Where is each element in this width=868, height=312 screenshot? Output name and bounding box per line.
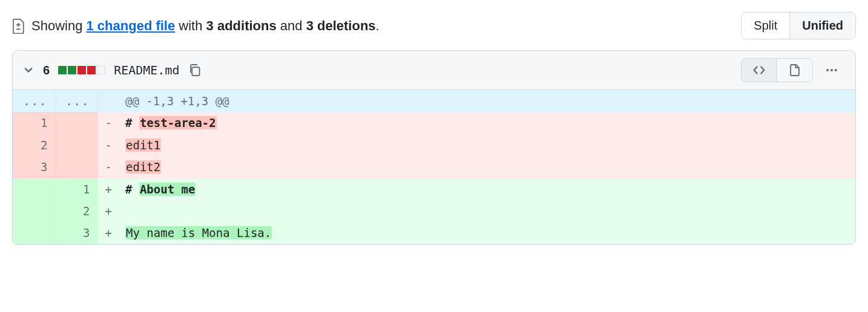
diff-code: edit1 — [118, 134, 855, 156]
diff-marker: + — [97, 200, 118, 222]
old-line-number — [13, 200, 55, 222]
deletions-count: 3 deletions — [306, 18, 376, 33]
svg-point-1 — [826, 69, 829, 71]
file-icon — [788, 63, 801, 77]
file-actions-menu[interactable] — [818, 59, 846, 82]
new-line-number: 1 — [55, 178, 97, 200]
summary-and: and — [277, 18, 306, 33]
split-view-button[interactable]: Split — [741, 13, 790, 39]
hunk-dots: ... — [65, 94, 90, 108]
diff-marker: - — [97, 156, 118, 178]
file-diff-container: 6 README.md — [12, 50, 856, 245]
file-change-count: 6 — [43, 63, 50, 77]
diffstat-blocks — [58, 66, 105, 74]
old-line-number: 3 — [13, 156, 55, 178]
hunk-header-text: @@ -1,3 +1,3 @@ — [118, 90, 855, 112]
diff-code: My name is Mona Lisa. — [118, 222, 855, 244]
file-header-left: 6 README.md — [22, 63, 202, 77]
new-line-number — [55, 134, 97, 156]
diffstat-del-block — [87, 66, 96, 74]
diff-code — [118, 200, 855, 222]
diff-marker: + — [97, 222, 118, 244]
svg-rect-0 — [192, 67, 199, 76]
diffstat-del-block — [77, 66, 86, 74]
summary-suffix: . — [376, 18, 380, 33]
old-line-number — [13, 178, 55, 200]
kebab-icon — [825, 63, 838, 77]
diff-line[interactable]: 1-# test-area-2 — [13, 112, 855, 134]
svg-point-3 — [835, 69, 837, 71]
new-line-number — [55, 112, 97, 134]
file-header-right — [741, 58, 846, 82]
source-view-button[interactable] — [741, 59, 777, 82]
diff-table: ... ... @@ -1,3 +1,3 @@ 1-# test-area-22… — [13, 90, 855, 244]
diff-view-toggle: Split Unified — [741, 12, 856, 39]
diffstat-add-block — [68, 66, 76, 74]
file-diff-icon — [12, 18, 25, 34]
rendered-view-button[interactable] — [777, 59, 812, 82]
file-name[interactable]: README.md — [114, 63, 179, 77]
file-view-mode-group — [741, 58, 813, 82]
code-icon — [752, 63, 766, 77]
diff-line[interactable]: 1+# About me — [13, 178, 855, 200]
diff-summary-row: Showing 1 changed file with 3 additions … — [12, 12, 856, 39]
old-line-number — [13, 222, 55, 244]
diff-line[interactable]: 3-edit2 — [13, 156, 855, 178]
old-line-number: 1 — [13, 112, 55, 134]
new-line-number — [55, 156, 97, 178]
diff-summary-text: Showing 1 changed file with 3 additions … — [12, 18, 380, 34]
hunk-dots: ... — [23, 94, 47, 108]
diff-line[interactable]: 2+ — [13, 200, 855, 222]
diffstat-neutral-block — [97, 66, 105, 74]
diffstat-add-block — [58, 66, 67, 74]
file-header: 6 README.md — [13, 51, 855, 90]
diff-marker: - — [97, 112, 118, 134]
summary-with: with — [175, 18, 206, 33]
new-line-number: 3 — [55, 222, 97, 244]
diff-line[interactable]: 2-edit1 — [13, 134, 855, 156]
chevron-down-icon[interactable] — [22, 64, 35, 76]
diff-code: edit2 — [118, 156, 855, 178]
diff-code: # test-area-2 — [118, 112, 855, 134]
copy-icon[interactable] — [188, 63, 202, 77]
summary-prefix: Showing — [31, 18, 87, 33]
diff-line[interactable]: 3+My name is Mona Lisa. — [13, 222, 855, 244]
hunk-header-row: ... ... @@ -1,3 +1,3 @@ — [13, 90, 855, 112]
old-line-number: 2 — [13, 134, 55, 156]
unified-view-button[interactable]: Unified — [790, 13, 855, 39]
diff-marker: - — [97, 134, 118, 156]
diff-marker: + — [97, 178, 118, 200]
diff-code: # About me — [118, 178, 855, 200]
additions-count: 3 additions — [206, 18, 277, 33]
svg-point-2 — [830, 69, 833, 71]
changed-files-link[interactable]: 1 changed file — [87, 18, 176, 33]
new-line-number: 2 — [55, 200, 97, 222]
